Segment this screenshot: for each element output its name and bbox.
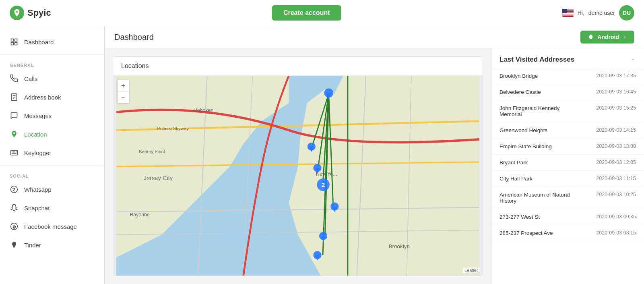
create-account-button[interactable]: Create account — [272, 5, 341, 21]
address-list[interactable]: Brooklyn Bridge 2020-09-03 17:35 Belvede… — [491, 68, 644, 284]
whatsapp-icon — [10, 185, 19, 194]
android-icon — [588, 34, 594, 40]
logo: Spyic — [10, 6, 51, 20]
sidebar-item-snapchat[interactable]: Snapchat — [0, 199, 104, 217]
svg-text:Bayonne: Bayonne — [130, 212, 150, 218]
svg-point-0 — [14, 12, 17, 14]
sidebar-item-calls[interactable]: Calls — [0, 69, 104, 88]
address-time: 2020-09-03 14:15 — [596, 127, 636, 133]
content-area: Locations — [105, 48, 644, 284]
map-container: Locations — [113, 56, 483, 276]
main-content: Dashboard Android Locations — [105, 26, 644, 284]
address-name: John Fitzgerald Kennedy Memorial — [500, 105, 580, 117]
address-name: Greenwood Heights — [500, 127, 547, 133]
sidebar-item-tinder[interactable]: Tinder — [0, 236, 104, 254]
facebook-message-label: Facebook message — [24, 223, 77, 230]
logo-icon — [10, 6, 24, 20]
zoom-controls: + − — [117, 80, 129, 103]
dashboard-icon — [10, 37, 19, 46]
address-time: 2020-09-03 09:35 — [596, 214, 636, 220]
address-name: Empire State Building — [500, 143, 552, 149]
user-name: demo user — [588, 10, 615, 16]
android-btn-label: Android — [597, 34, 619, 40]
zoom-out-button[interactable]: − — [118, 91, 129, 103]
list-item: Brooklyn Bridge 2020-09-03 17:35 — [491, 68, 644, 84]
user-avatar: DU — [619, 5, 634, 21]
address-time: 2020-09-03 11:15 — [596, 176, 636, 181]
svg-text:Pulaski Skyway: Pulaski Skyway — [157, 126, 189, 131]
messages-icon — [10, 111, 19, 120]
list-item: Bryant Park 2020-09-03 12:05 — [491, 155, 644, 171]
address-name: American Museum of Natural History — [500, 192, 580, 204]
svg-rect-8 — [562, 9, 567, 13]
svg-text:Hoboken: Hoboken — [194, 108, 214, 113]
svg-text:Kearny Point: Kearny Point — [139, 149, 165, 154]
list-item: Empire State Building 2020-09-03 13:08 — [491, 139, 644, 155]
map-svg: Jersey City Bayonne Kearny Point Pulaski… — [113, 76, 483, 276]
svg-point-23 — [11, 186, 18, 193]
sidebar-item-whatsapp[interactable]: Whatsapp — [0, 180, 104, 199]
hi-label: Hi, — [578, 10, 584, 16]
top-navigation: Spyic Create account Hi, demo user DU — [0, 0, 644, 26]
address-time: 2020-09-03 16:45 — [596, 89, 636, 95]
keylogger-icon — [10, 148, 19, 157]
leaflet-label: Leaflet — [463, 267, 479, 273]
address-book-label: Address book — [24, 94, 61, 101]
facebook-icon — [10, 222, 19, 231]
svg-rect-17 — [11, 150, 18, 155]
divider-social — [0, 165, 104, 166]
list-item: City Hall Park 2020-09-03 11:15 — [491, 171, 644, 187]
address-name: 285-237 Prospect Ave — [500, 230, 553, 236]
svg-rect-6 — [562, 15, 574, 15]
android-button[interactable]: Android — [580, 31, 634, 44]
address-time: 2020-09-03 12:05 — [596, 160, 636, 165]
map-section-title: Locations — [113, 57, 483, 76]
list-item: Belvedere Castle 2020-09-03 16:45 — [491, 84, 644, 100]
tinder-icon — [10, 240, 19, 249]
sidebar-item-location[interactable]: Location — [0, 125, 104, 143]
sidebar-item-keylogger[interactable]: Keylogger — [0, 143, 104, 162]
calls-label: Calls — [24, 75, 37, 82]
sidebar-item-messages[interactable]: Messages — [0, 106, 104, 125]
app-name: Spyic — [27, 8, 51, 18]
svg-rect-5 — [562, 13, 574, 14]
snapchat-label: Snapchat — [24, 205, 50, 211]
divider-general — [0, 54, 104, 55]
location-icon — [10, 130, 19, 139]
address-name: Bryant Park — [500, 160, 528, 166]
svg-text:Jersey City: Jersey City — [144, 175, 173, 181]
list-item: American Museum of Natural History 2020-… — [491, 187, 644, 209]
sidebar-item-dashboard[interactable]: Dashboard — [0, 33, 104, 51]
address-time: 2020-09-03 10:25 — [596, 192, 636, 197]
flag-icon — [562, 9, 574, 17]
svg-rect-12 — [15, 43, 17, 45]
svg-rect-10 — [15, 39, 17, 41]
zoom-in-button[interactable]: + — [118, 80, 129, 91]
svg-text:2: 2 — [322, 182, 325, 188]
right-panel: Last Visited Addresses Brooklyn Bridge 2… — [491, 48, 644, 284]
messages-label: Messages — [24, 112, 52, 119]
address-book-icon — [10, 93, 19, 102]
sidebar-item-address-book[interactable]: Address book — [0, 88, 104, 106]
whatsapp-label: Whatsapp — [24, 186, 52, 193]
map-canvas: Jersey City Bayonne Kearny Point Pulaski… — [113, 76, 483, 276]
sidebar-item-facebook[interactable]: Facebook message — [0, 217, 104, 236]
address-name: 273-277 West St — [500, 214, 540, 220]
user-area: Hi, demo user DU — [562, 5, 634, 21]
address-name: Belvedere Castle — [500, 89, 541, 95]
keylogger-label: Keylogger — [24, 149, 52, 156]
page-title: Dashboard — [114, 33, 154, 42]
chevron-down-icon — [622, 35, 627, 39]
svg-rect-7 — [562, 16, 574, 17]
general-section-label: GENERAL — [0, 58, 104, 69]
social-section-label: SOCIAL — [0, 169, 104, 180]
scroll-up-icon — [630, 57, 636, 62]
address-name: Brooklyn Bridge — [500, 73, 538, 79]
snapchat-icon — [10, 203, 19, 212]
logo-svg — [12, 8, 21, 17]
address-time: 2020-09-03 13:08 — [596, 143, 636, 149]
map-body[interactable]: Jersey City Bayonne Kearny Point Pulaski… — [113, 76, 483, 276]
list-item: 273-277 West St 2020-09-03 09:35 — [491, 209, 644, 225]
list-item: John Fitzgerald Kennedy Memorial 2020-09… — [491, 100, 644, 122]
sidebar: Dashboard GENERAL Calls Address book — [0, 26, 105, 284]
